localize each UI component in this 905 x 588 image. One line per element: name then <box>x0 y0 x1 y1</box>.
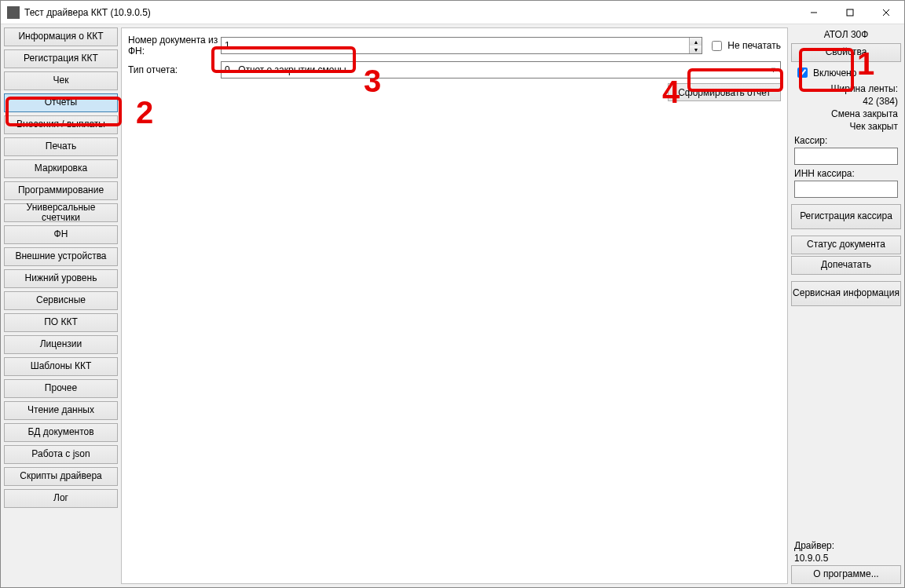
client-area: Информация о ККТРегистрация ККТЧекОтчеты… <box>1 24 904 587</box>
maximize-button[interactable] <box>832 1 868 24</box>
sidebar-item-7[interactable]: Программирование <box>4 181 118 200</box>
sidebar-item-18[interactable]: БД документов <box>4 423 118 442</box>
chevron-down-icon: ▼ <box>770 66 777 74</box>
doc-number-field[interactable]: ▲ ▼ <box>221 37 702 54</box>
report-type-value: 0 - Отчет о закрытии смены <box>225 64 346 75</box>
sidebar-item-12[interactable]: Сервисные <box>4 291 118 310</box>
enabled-checkbox[interactable] <box>797 68 808 78</box>
no-print-checkbox[interactable] <box>712 41 722 51</box>
driver-version: 10.9.0.5 <box>791 553 901 564</box>
main-panel: Номер документа из ФН: ▲ ▼ Не печатать Т… <box>121 27 788 584</box>
inn-input[interactable] <box>794 181 898 198</box>
properties-button[interactable]: Свойства <box>791 43 901 62</box>
app-icon <box>7 6 20 19</box>
app-window: Тест драйвера ККТ (10.9.0.5) Информация … <box>0 0 905 588</box>
doc-status-button[interactable]: Статус документа <box>791 236 901 254</box>
tape-width-value: 42 (384) <box>791 96 901 107</box>
no-print-checkbox-row[interactable]: Не печатать <box>709 38 781 53</box>
sidebar-item-5[interactable]: Печать <box>4 137 118 156</box>
window-buttons <box>796 1 904 24</box>
spin-up-button[interactable]: ▲ <box>690 38 702 46</box>
sidebar-item-15[interactable]: Шаблоны ККТ <box>4 357 118 376</box>
about-button[interactable]: О программе... <box>791 565 901 584</box>
sidebar-item-1[interactable]: Регистрация ККТ <box>4 49 118 68</box>
cashier-input[interactable] <box>794 148 898 165</box>
sidebar-item-14[interactable]: Лицензии <box>4 335 118 354</box>
minimize-button[interactable] <box>796 1 832 24</box>
reprint-button[interactable]: Допечатать <box>791 256 901 275</box>
svg-rect-1 <box>847 9 853 16</box>
spin-buttons: ▲ ▼ <box>689 38 702 53</box>
sidebar-item-6[interactable]: Маркировка <box>4 159 118 178</box>
device-name: АТОЛ 30Ф <box>791 27 901 42</box>
service-info-button[interactable]: Сервисная информация <box>791 281 901 306</box>
sidebar-item-0[interactable]: Информация о ККТ <box>4 27 118 46</box>
enabled-label: Включено <box>813 68 856 79</box>
titlebar: Тест драйвера ККТ (10.9.0.5) <box>1 1 904 24</box>
sidebar: Информация о ККТРегистрация ККТЧекОтчеты… <box>4 27 118 584</box>
register-cashier-button[interactable]: Регистрация кассира <box>791 204 901 229</box>
sidebar-item-10[interactable]: Внешние устройства <box>4 247 118 266</box>
sidebar-item-11[interactable]: Нижний уровень <box>4 269 118 288</box>
close-button[interactable] <box>868 1 904 24</box>
sidebar-item-9[interactable]: ФН <box>4 225 118 244</box>
spin-down-button[interactable]: ▼ <box>690 46 702 53</box>
inn-label: ИНН кассира: <box>791 166 901 179</box>
sidebar-item-3[interactable]: Отчеты <box>4 93 118 112</box>
no-print-label: Не печатать <box>727 40 781 51</box>
sidebar-item-20[interactable]: Скрипты драйвера <box>4 467 118 486</box>
sidebar-item-13[interactable]: ПО ККТ <box>4 313 118 332</box>
window-title: Тест драйвера ККТ (10.9.0.5) <box>24 7 796 18</box>
doc-number-label: Номер документа из ФН: <box>128 35 221 57</box>
sidebar-item-2[interactable]: Чек <box>4 71 118 90</box>
right-panel: АТОЛ 30Ф Свойства Включено Ширина ленты:… <box>791 27 901 584</box>
shift-status: Смена закрыта <box>791 108 901 119</box>
tape-width-label: Ширина ленты: <box>791 83 901 94</box>
sidebar-item-4[interactable]: Внесения / выплаты <box>4 115 118 134</box>
report-type-label: Тип отчета: <box>128 64 221 75</box>
sidebar-item-19[interactable]: Работа с json <box>4 445 118 464</box>
sidebar-item-21[interactable]: Лог <box>4 489 118 508</box>
sidebar-item-17[interactable]: Чтение данных <box>4 401 118 420</box>
cheque-status: Чек закрыт <box>791 121 901 132</box>
cashier-label: Кассир: <box>791 133 901 146</box>
driver-label: Драйвер: <box>791 540 901 551</box>
enabled-checkbox-row[interactable]: Включено <box>791 64 901 82</box>
generate-report-button[interactable]: Сформировать отчет <box>668 83 781 101</box>
sidebar-item-16[interactable]: Прочее <box>4 379 118 398</box>
report-type-dropdown[interactable]: 0 - Отчет о закрытии смены ▼ <box>221 61 781 79</box>
sidebar-item-8[interactable]: Универсальные счетчики <box>4 203 118 222</box>
doc-number-input[interactable] <box>222 38 689 53</box>
